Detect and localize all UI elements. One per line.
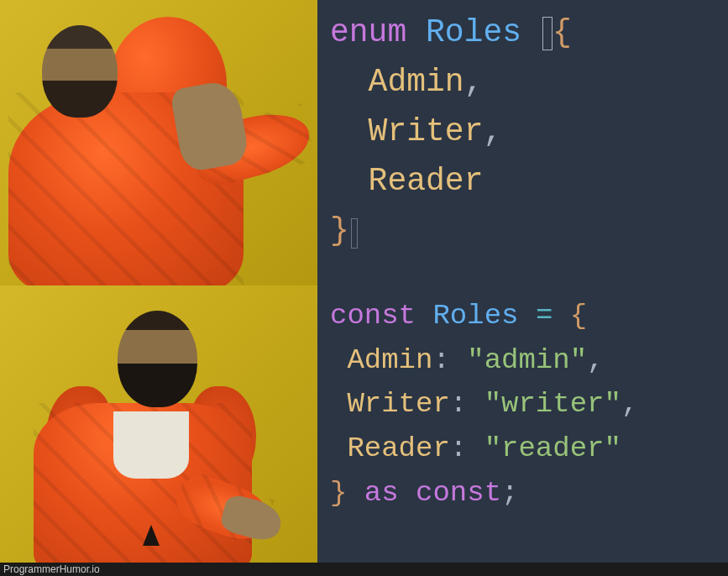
cursor-icon xyxy=(542,17,553,50)
drake-reject-panel xyxy=(0,0,317,285)
equals-operator: = xyxy=(536,300,553,332)
class-name-roles: Roles xyxy=(426,14,521,50)
code-panel-enum: enum Roles { Admin, Writer, Reader } xyxy=(317,0,728,285)
keyword-enum: enum xyxy=(330,14,406,50)
const-name-roles: Roles xyxy=(432,300,518,332)
brace-close: } xyxy=(330,212,349,249)
prop-admin: Admin xyxy=(347,344,432,376)
keyword-const2: const xyxy=(416,477,501,509)
drake-approve-panel xyxy=(0,285,317,563)
str-reader: "reader" xyxy=(484,432,621,464)
code-const: const Roles = { Admin: "admin", Writer: … xyxy=(330,294,638,515)
prop-writer: Writer xyxy=(347,388,449,420)
drake-figure-reject xyxy=(0,0,317,285)
code-enum: enum Roles { Admin, Writer, Reader } xyxy=(330,8,572,255)
str-writer: "writer" xyxy=(484,388,621,420)
enum-member-writer: Writer xyxy=(369,113,484,149)
cursor-icon xyxy=(351,218,358,249)
brace-open: { xyxy=(570,300,587,332)
brace-close: } xyxy=(330,477,347,509)
prop-reader: Reader xyxy=(347,432,449,464)
str-admin: "admin" xyxy=(467,344,587,376)
semicolon: ; xyxy=(501,477,518,509)
watermark: ProgrammerHumor.io xyxy=(0,563,728,576)
enum-member-admin: Admin xyxy=(369,64,464,100)
keyword-const: const xyxy=(330,300,416,332)
drake-figure-approve xyxy=(0,285,317,563)
enum-member-reader: Reader xyxy=(369,163,484,199)
brace-open: { xyxy=(553,14,572,50)
code-panel-const: const Roles = { Admin: "admin", Writer: … xyxy=(317,285,728,563)
keyword-as: as xyxy=(364,477,399,509)
meme-container: enum Roles { Admin, Writer, Reader } con… xyxy=(0,0,728,563)
